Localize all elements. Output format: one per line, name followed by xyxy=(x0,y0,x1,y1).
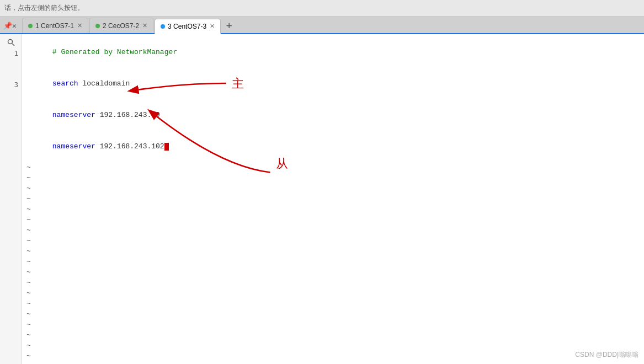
tab-centos7-1[interactable]: 1 CentOS7-1 ✕ xyxy=(22,18,88,33)
tab-close-2[interactable]: ✕ xyxy=(142,22,147,29)
tab-label-1: 1 CentOS7-1 xyxy=(35,22,74,30)
main-content: 1 3 # Generated by NetworkManager search… xyxy=(0,34,644,364)
tab-cecos7-2[interactable]: 2 CecOS7-2 ✕ xyxy=(89,18,153,33)
tilde-line-22: ~ xyxy=(26,340,644,351)
tilde-line-17: ~ xyxy=(26,288,644,298)
tab-label-3: 3 CentOS7-3 xyxy=(168,23,206,30)
tab-dot-2 xyxy=(95,24,100,28)
tilde-line-11: ~ xyxy=(26,225,644,235)
line-2-value: localdomain xyxy=(78,79,130,88)
line-number-3 xyxy=(0,69,22,80)
toolbar: 话，点击左侧的箭头按钮。 xyxy=(0,0,644,17)
tilde-line-16: ~ xyxy=(26,277,644,288)
arrow-to-nameserver xyxy=(141,99,273,179)
annotation-cong: 从 xyxy=(276,156,288,172)
tab-dot-1 xyxy=(28,24,33,28)
line-number-1: 1 xyxy=(0,49,22,59)
editor-area[interactable]: # Generated by NetworkManager search loc… xyxy=(22,34,644,364)
tilde-line-15: ~ xyxy=(26,267,644,277)
tilde-line-13: ~ xyxy=(26,246,644,256)
pin-icon: 📌 xyxy=(3,22,12,30)
line-1-text: # Generated by NetworkManager xyxy=(52,48,177,56)
tilde-line-14: ~ xyxy=(26,256,644,267)
gutter: 1 3 xyxy=(0,34,22,364)
line-1: # Generated by NetworkManager xyxy=(26,36,644,68)
line-4: nameserver 192.168.243.102 xyxy=(26,131,644,162)
svg-line-1 xyxy=(12,44,14,46)
tilde-line-20: ~ xyxy=(26,319,644,330)
tab-label-2: 2 CecOS7-2 xyxy=(103,22,139,30)
line-3-keyword: nameserver xyxy=(52,111,95,119)
search-button[interactable] xyxy=(0,36,22,49)
new-tab-button[interactable]: + xyxy=(222,18,236,32)
tilde-line-21: ~ xyxy=(26,330,644,340)
svg-point-0 xyxy=(8,40,12,44)
toolbar-hint: 话，点击左侧的箭头按钮。 xyxy=(4,3,84,13)
line-number-2 xyxy=(0,59,22,69)
tab-close-3[interactable]: ✕ xyxy=(210,23,215,30)
tilde-line-19: ~ xyxy=(26,309,644,319)
line-4-keyword: nameserver xyxy=(52,142,95,151)
watermark: CSDN @DDD|嗡嗡嗡 xyxy=(575,350,638,360)
line-2-keyword: search xyxy=(52,79,78,88)
line-number-4: 3 xyxy=(0,80,22,90)
tilde-line-24: ~ xyxy=(26,361,644,364)
tilde-line-12: ~ xyxy=(26,235,644,246)
annotation-zhu: 主 xyxy=(232,76,244,92)
tilde-line-7: ~ xyxy=(26,183,644,194)
tilde-line-5: ~ xyxy=(26,162,644,173)
tab-close-1[interactable]: ✕ xyxy=(77,22,82,29)
tilde-line-9: ~ xyxy=(26,204,644,215)
tilde-line-8: ~ xyxy=(26,194,644,204)
close-all-icon[interactable]: ✕ xyxy=(12,22,17,30)
line-3: nameserver 192.168.243.99 xyxy=(26,99,644,131)
line-2: search localdomain xyxy=(26,68,644,99)
tilde-line-23: ~ xyxy=(26,351,644,361)
tab-centos7-3[interactable]: 3 CentOS7-3 ✕ xyxy=(155,19,221,34)
tilde-line-10: ~ xyxy=(26,215,644,225)
tab-dot-3 xyxy=(161,24,165,29)
tabbar: 📌 ✕ 1 CentOS7-1 ✕ 2 CecOS7-2 ✕ 3 CentOS7… xyxy=(0,17,644,34)
tilde-line-18: ~ xyxy=(26,298,644,309)
tilde-line-6: ~ xyxy=(26,173,644,183)
search-icon xyxy=(7,39,15,46)
